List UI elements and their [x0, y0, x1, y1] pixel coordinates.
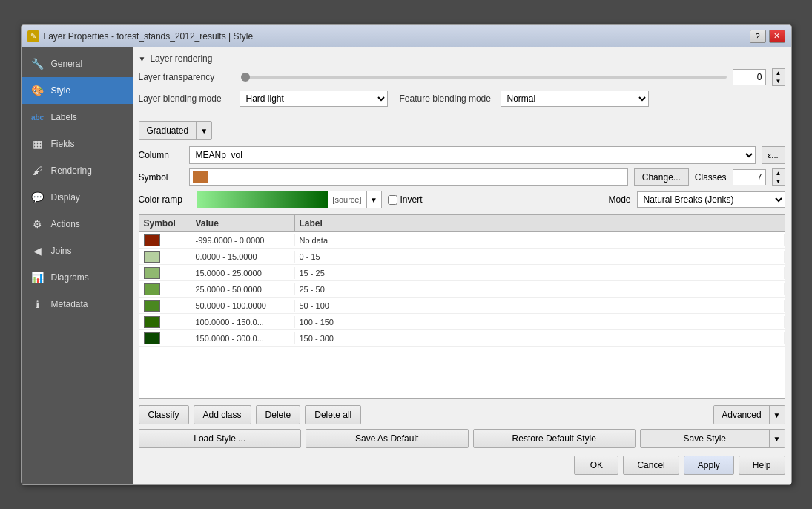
cell-label: 0 - 15 — [295, 251, 785, 263]
spin-down[interactable]: ▼ — [773, 77, 785, 85]
change-button[interactable]: Change... — [634, 168, 689, 186]
expression-button[interactable]: ε... — [762, 146, 785, 164]
help-titlebar-button[interactable]: ? — [750, 30, 766, 43]
sidebar-item-labels[interactable]: abc Labels — [22, 104, 133, 131]
mode-select[interactable]: Natural Breaks (Jenks) Equal Interval Qu… — [637, 191, 785, 208]
table-row[interactable]: 50.0000 - 100.000050 - 100 — [139, 298, 785, 314]
save-style-button[interactable]: Save Style ▼ — [640, 429, 785, 448]
graduated-row: Graduated ▼ — [139, 121, 785, 140]
layer-blending-group: Layer blending mode Hard light Normal Mu… — [139, 91, 388, 107]
restore-default-button[interactable]: Restore Default Style — [473, 429, 636, 448]
symbol-classes-row: Symbol Change... Classes ▲ ▼ — [139, 168, 785, 186]
sidebar-item-style[interactable]: 🎨 Style — [22, 77, 133, 104]
sidebar-item-general[interactable]: 🔧 General — [22, 50, 133, 77]
cell-label: 100 - 150 — [295, 316, 785, 328]
cell-value: 15.0000 - 25.0000 — [191, 267, 295, 279]
section-arrow: ▼ — [139, 55, 146, 63]
save-style-label: Save Style — [641, 430, 770, 447]
table-row[interactable]: 15.0000 - 25.000015 - 25 — [139, 265, 785, 281]
transparency-input[interactable] — [733, 69, 766, 85]
sidebar-item-actions[interactable]: ⚙ Actions — [22, 211, 133, 237]
sidebar-item-rendering[interactable]: 🖌 Rendering — [22, 157, 133, 184]
cell-label: 25 - 50 — [295, 283, 785, 295]
delete-all-button[interactable]: Delete all — [305, 405, 361, 424]
close-button[interactable]: ✕ — [769, 30, 785, 43]
feature-blending-select[interactable]: Normal Multiply Screen Overlay — [501, 91, 649, 107]
symbol-color-swatch — [193, 171, 208, 183]
save-as-default-button[interactable]: Save As Default — [306, 429, 469, 448]
mode-label: Mode — [608, 194, 630, 205]
color-swatch — [144, 234, 160, 246]
advanced-button[interactable]: Advanced ▼ — [713, 405, 785, 424]
invert-checkbox-group: Invert — [388, 194, 423, 205]
ok-button[interactable]: OK — [574, 456, 618, 475]
table-row[interactable]: 100.0000 - 150.0...100 - 150 — [139, 314, 785, 330]
window-icon: ✎ — [27, 30, 39, 42]
th-value: Value — [191, 215, 295, 231]
color-ramp-select[interactable]: [source] ▼ — [197, 191, 382, 208]
cancel-button[interactable]: Cancel — [623, 456, 679, 475]
color-ramp-label: Color ramp — [139, 194, 191, 205]
apply-button[interactable]: Apply — [684, 456, 734, 475]
table-row[interactable]: 25.0000 - 50.000025 - 50 — [139, 281, 785, 298]
sidebar-label-metadata: Metadata — [51, 299, 88, 309]
layer-transparency-label: Layer transparency — [139, 72, 235, 82]
help-button[interactable]: Help — [739, 456, 785, 475]
table-header: Symbol Value Label — [139, 215, 785, 232]
sidebar-label-display: Display — [51, 192, 80, 203]
table-row[interactable]: 0.0000 - 15.00000 - 15 — [139, 249, 785, 265]
cell-value: -999.0000 - 0.0000 — [191, 234, 295, 246]
cell-label: 15 - 25 — [295, 267, 785, 279]
sidebar-item-fields[interactable]: ▦ Fields — [22, 131, 133, 157]
joins-icon: ◀ — [30, 243, 45, 258]
transparency-slider[interactable] — [241, 76, 727, 79]
sidebar-item-display[interactable]: 💬 Display — [22, 184, 133, 211]
spin-up[interactable]: ▲ — [773, 69, 785, 77]
add-class-button[interactable]: Add class — [194, 405, 251, 424]
classes-spinner: ▲ ▼ — [772, 168, 785, 186]
color-swatch — [144, 267, 160, 279]
graduated-dropdown-arrow[interactable]: ▼ — [197, 122, 211, 139]
table-row[interactable]: -999.0000 - 0.0000No data — [139, 232, 785, 249]
metadata-icon: ℹ — [30, 297, 45, 312]
color-ramp-arrow[interactable]: ▼ — [366, 191, 381, 208]
table-row[interactable]: 150.0000 - 300.0...150 - 300 — [139, 330, 785, 347]
feature-blending-label: Feature blending mode — [400, 93, 496, 104]
save-style-arrow[interactable]: ▼ — [770, 430, 785, 447]
color-swatch — [144, 332, 160, 344]
cell-value: 25.0000 - 50.0000 — [191, 283, 295, 295]
classes-input[interactable] — [733, 169, 766, 185]
main-content: 🔧 General 🎨 Style abc Labels ▦ Fields 🖌 … — [22, 47, 791, 484]
advanced-btn-label: Advanced — [714, 406, 769, 424]
layer-blending-label: Layer blending mode — [139, 93, 235, 104]
diagrams-icon: 📊 — [30, 270, 45, 285]
sidebar-label-rendering: Rendering — [51, 165, 92, 176]
sidebar-item-joins[interactable]: ◀ Joins — [22, 237, 133, 264]
color-ramp-source: [source] — [328, 195, 366, 204]
sidebar-item-metadata[interactable]: ℹ Metadata — [22, 291, 133, 318]
column-select[interactable]: MEANp_vol — [189, 146, 756, 164]
sidebar-label-joins: Joins — [51, 246, 72, 256]
column-row: Column MEANp_vol ε... — [139, 146, 785, 164]
classes-label: Classes — [695, 172, 727, 183]
sidebar: 🔧 General 🎨 Style abc Labels ▦ Fields 🖌 … — [22, 47, 133, 484]
graduated-button[interactable]: Graduated ▼ — [139, 121, 213, 140]
cell-value: 100.0000 - 150.0... — [191, 316, 295, 328]
invert-checkbox[interactable] — [388, 195, 397, 205]
advanced-dropdown-arrow[interactable]: ▼ — [770, 406, 785, 424]
classify-button[interactable]: Classify — [139, 405, 189, 424]
sidebar-item-diagrams[interactable]: 📊 Diagrams — [22, 264, 133, 291]
invert-label: Invert — [400, 194, 423, 205]
delete-button[interactable]: Delete — [256, 405, 301, 424]
classes-spin-down[interactable]: ▼ — [773, 177, 785, 185]
classes-spin-up[interactable]: ▲ — [773, 169, 785, 177]
layer-blending-select[interactable]: Hard light Normal Multiply Screen Overla… — [240, 91, 388, 107]
layer-transparency-row: Layer transparency ▲ ▼ — [139, 68, 785, 86]
symbol-label: Symbol — [139, 172, 183, 183]
th-label: Label — [295, 215, 785, 231]
color-swatch — [144, 283, 160, 295]
column-label: Column — [139, 150, 183, 160]
blending-row: Layer blending mode Hard light Normal Mu… — [139, 91, 785, 107]
load-style-button[interactable]: Load Style ... — [139, 429, 302, 448]
general-icon: 🔧 — [30, 56, 45, 71]
